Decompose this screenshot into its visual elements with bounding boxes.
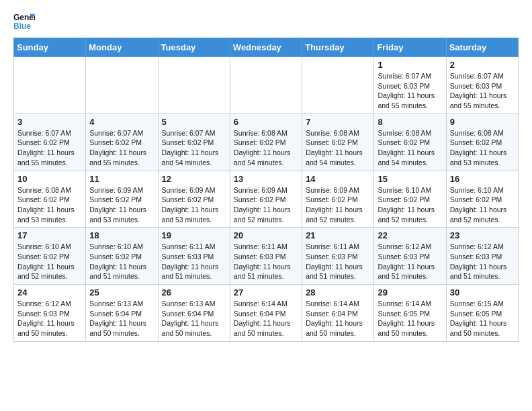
logo: General Blue [13,11,38,32]
day-cell: 18Sunrise: 6:10 AM Sunset: 6:02 PM Dayli… [86,228,158,285]
day-cell: 27Sunrise: 6:14 AM Sunset: 6:04 PM Dayli… [230,285,302,342]
day-number: 1 [378,60,442,70]
day-cell: 7Sunrise: 6:08 AM Sunset: 6:02 PM Daylig… [302,113,374,171]
day-cell: 13Sunrise: 6:09 AM Sunset: 6:02 PM Dayli… [230,171,302,228]
day-number: 5 [162,117,226,127]
day-cell: 10Sunrise: 6:08 AM Sunset: 6:02 PM Dayli… [14,171,86,228]
day-cell: 11Sunrise: 6:09 AM Sunset: 6:02 PM Dayli… [86,171,158,228]
day-cell: 6Sunrise: 6:08 AM Sunset: 6:02 PM Daylig… [230,113,302,171]
day-info: Sunrise: 6:10 AM Sunset: 6:02 PM Dayligh… [89,242,154,281]
day-info: Sunrise: 6:07 AM Sunset: 6:02 PM Dayligh… [162,128,226,168]
day-number: 10 [17,174,82,184]
calendar-table: SundayMondayTuesdayWednesdayThursdayFrid… [13,38,519,342]
day-number: 14 [306,174,370,184]
day-cell: 22Sunrise: 6:12 AM Sunset: 6:03 PM Dayli… [374,228,446,285]
day-cell: 9Sunrise: 6:08 AM Sunset: 6:02 PM Daylig… [446,113,518,171]
day-cell: 4Sunrise: 6:07 AM Sunset: 6:02 PM Daylig… [86,113,158,171]
weekday-saturday: Saturday [446,38,518,57]
day-number: 24 [17,287,82,298]
page: General Blue SundayMondayTuesdayWednesda… [0,0,532,353]
day-number: 30 [450,287,515,298]
week-row-2: 10Sunrise: 6:08 AM Sunset: 6:02 PM Dayli… [14,171,519,228]
day-cell: 16Sunrise: 6:10 AM Sunset: 6:02 PM Dayli… [446,171,518,228]
day-number: 8 [378,117,442,127]
weekday-friday: Friday [374,38,446,57]
day-cell [14,57,86,114]
day-cell: 2Sunrise: 6:07 AM Sunset: 6:03 PM Daylig… [446,57,518,114]
week-row-3: 17Sunrise: 6:10 AM Sunset: 6:02 PM Dayli… [14,228,519,285]
day-info: Sunrise: 6:08 AM Sunset: 6:02 PM Dayligh… [17,185,82,225]
day-cell: 25Sunrise: 6:13 AM Sunset: 6:04 PM Dayli… [86,285,158,342]
logo-icon: General Blue [13,11,35,32]
weekday-monday: Monday [86,38,158,57]
weekday-sunday: Sunday [14,38,86,57]
day-info: Sunrise: 6:12 AM Sunset: 6:03 PM Dayligh… [378,242,442,281]
day-info: Sunrise: 6:10 AM Sunset: 6:02 PM Dayligh… [450,185,515,225]
day-cell: 12Sunrise: 6:09 AM Sunset: 6:02 PM Dayli… [158,171,230,228]
day-info: Sunrise: 6:14 AM Sunset: 6:04 PM Dayligh… [306,299,370,338]
day-cell: 1Sunrise: 6:07 AM Sunset: 6:03 PM Daylig… [374,57,446,114]
day-number: 4 [89,117,154,127]
day-info: Sunrise: 6:08 AM Sunset: 6:02 PM Dayligh… [450,128,515,168]
weekday-header-row: SundayMondayTuesdayWednesdayThursdayFrid… [14,38,519,57]
day-cell [230,57,302,114]
day-info: Sunrise: 6:14 AM Sunset: 6:04 PM Dayligh… [234,299,298,338]
weekday-tuesday: Tuesday [158,38,230,57]
day-cell: 19Sunrise: 6:11 AM Sunset: 6:03 PM Dayli… [158,228,230,285]
day-cell: 26Sunrise: 6:13 AM Sunset: 6:04 PM Dayli… [158,285,230,342]
day-number: 9 [450,117,515,127]
day-cell [86,57,158,114]
day-info: Sunrise: 6:15 AM Sunset: 6:05 PM Dayligh… [450,299,515,338]
day-info: Sunrise: 6:14 AM Sunset: 6:05 PM Dayligh… [378,299,442,338]
day-number: 26 [162,287,226,298]
day-cell: 20Sunrise: 6:11 AM Sunset: 6:03 PM Dayli… [230,228,302,285]
day-number: 13 [234,174,298,184]
header: General Blue [13,11,519,32]
day-number: 3 [17,117,82,127]
day-number: 18 [89,230,154,240]
day-number: 20 [234,230,298,240]
day-number: 6 [234,117,298,127]
day-number: 27 [234,287,298,298]
day-info: Sunrise: 6:11 AM Sunset: 6:03 PM Dayligh… [234,242,298,281]
day-info: Sunrise: 6:09 AM Sunset: 6:02 PM Dayligh… [306,185,370,225]
day-cell: 14Sunrise: 6:09 AM Sunset: 6:02 PM Dayli… [302,171,374,228]
day-info: Sunrise: 6:08 AM Sunset: 6:02 PM Dayligh… [234,128,298,168]
day-info: Sunrise: 6:12 AM Sunset: 6:03 PM Dayligh… [450,242,515,281]
day-info: Sunrise: 6:13 AM Sunset: 6:04 PM Dayligh… [89,299,154,338]
day-cell [302,57,374,114]
day-cell: 28Sunrise: 6:14 AM Sunset: 6:04 PM Dayli… [302,285,374,342]
day-info: Sunrise: 6:09 AM Sunset: 6:02 PM Dayligh… [89,185,154,225]
day-info: Sunrise: 6:13 AM Sunset: 6:04 PM Dayligh… [162,299,226,338]
svg-text:Blue: Blue [13,21,31,31]
week-row-0: 1Sunrise: 6:07 AM Sunset: 6:03 PM Daylig… [14,57,519,114]
day-info: Sunrise: 6:10 AM Sunset: 6:02 PM Dayligh… [378,185,442,225]
weekday-thursday: Thursday [302,38,374,57]
day-cell: 3Sunrise: 6:07 AM Sunset: 6:02 PM Daylig… [14,113,86,171]
weekday-wednesday: Wednesday [230,38,302,57]
day-info: Sunrise: 6:11 AM Sunset: 6:03 PM Dayligh… [306,242,370,281]
day-info: Sunrise: 6:10 AM Sunset: 6:02 PM Dayligh… [17,242,82,281]
day-number: 25 [89,287,154,298]
day-info: Sunrise: 6:07 AM Sunset: 6:02 PM Dayligh… [17,128,82,168]
day-number: 16 [450,174,515,184]
day-info: Sunrise: 6:07 AM Sunset: 6:02 PM Dayligh… [89,128,154,168]
day-info: Sunrise: 6:09 AM Sunset: 6:02 PM Dayligh… [234,185,298,225]
day-number: 12 [162,174,226,184]
day-cell: 30Sunrise: 6:15 AM Sunset: 6:05 PM Dayli… [446,285,518,342]
day-number: 7 [306,117,370,127]
day-number: 23 [450,230,515,240]
day-info: Sunrise: 6:07 AM Sunset: 6:03 PM Dayligh… [378,71,442,111]
day-number: 28 [306,287,370,298]
day-number: 21 [306,230,370,240]
day-number: 15 [378,174,442,184]
day-number: 2 [450,60,515,70]
day-cell: 23Sunrise: 6:12 AM Sunset: 6:03 PM Dayli… [446,228,518,285]
day-cell: 21Sunrise: 6:11 AM Sunset: 6:03 PM Dayli… [302,228,374,285]
day-number: 19 [162,230,226,240]
day-cell: 17Sunrise: 6:10 AM Sunset: 6:02 PM Dayli… [14,228,86,285]
day-cell: 29Sunrise: 6:14 AM Sunset: 6:05 PM Dayli… [374,285,446,342]
day-info: Sunrise: 6:09 AM Sunset: 6:02 PM Dayligh… [162,185,226,225]
day-cell [158,57,230,114]
day-info: Sunrise: 6:08 AM Sunset: 6:02 PM Dayligh… [378,128,442,168]
